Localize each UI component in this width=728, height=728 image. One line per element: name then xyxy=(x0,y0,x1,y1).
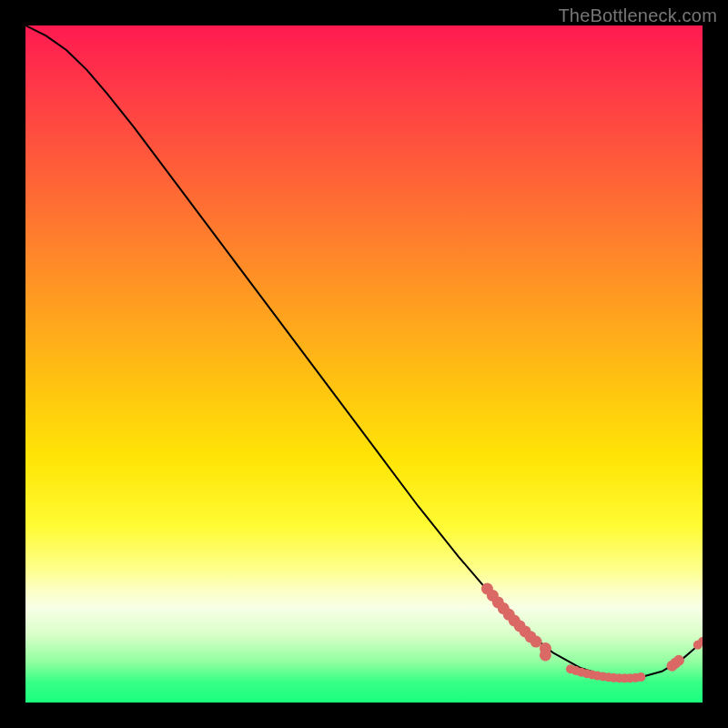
plot-area xyxy=(25,25,703,703)
marker-point xyxy=(540,649,551,661)
marker-points xyxy=(481,583,703,683)
chart-stage: TheBottleneck.com xyxy=(0,0,728,728)
watermark-text: TheBottleneck.com xyxy=(558,5,717,26)
marker-point xyxy=(636,672,645,682)
marker-point xyxy=(530,636,541,648)
chart-overlay xyxy=(25,25,703,703)
marker-point xyxy=(673,655,684,666)
curve-line xyxy=(25,25,703,679)
